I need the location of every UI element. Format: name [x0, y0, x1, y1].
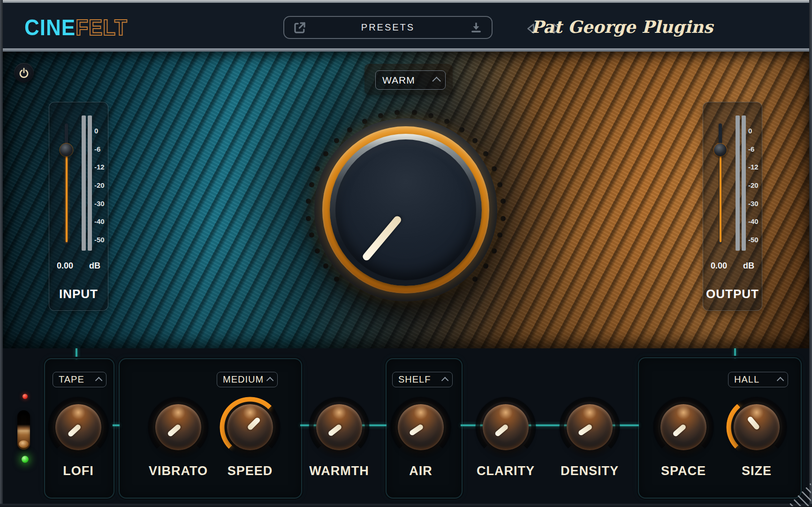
scale-tick: -6 [94, 146, 106, 153]
chevron-up-icon [441, 377, 449, 384]
scale-tick: -40 [94, 218, 106, 225]
mode-select[interactable]: WARM [375, 70, 446, 90]
input-gain-unit: dB [89, 261, 100, 271]
air-filter-value: SHELF [398, 374, 431, 385]
space-knob[interactable] [653, 397, 714, 458]
density-knob[interactable] [559, 397, 620, 458]
input-gain-slider[interactable] [60, 144, 73, 156]
window-frame-right [809, 0, 812, 507]
scale-tick: -6 [748, 146, 760, 153]
lofi-knob[interactable] [48, 397, 109, 458]
reverb-type-dropdown[interactable]: HALL [728, 372, 788, 387]
knob-pointer [409, 424, 425, 437]
connector-lofi-vibrato [113, 424, 120, 426]
knob-scale-dot [459, 127, 464, 132]
window-frame-left [0, 0, 3, 507]
input-level-bar-right [88, 115, 92, 251]
plugin-window: CINEFELT PRESETS Pat George Plugin [0, 0, 812, 507]
knob-face[interactable] [335, 139, 476, 280]
chevron-up-icon [777, 377, 784, 384]
controls-section: TAPE MEDIUM SHELF HALL [3, 348, 809, 504]
knob-scale-dot [492, 166, 497, 171]
red-led [23, 394, 28, 399]
input-gain-fill [66, 150, 68, 242]
knob-scale-dot [323, 263, 328, 269]
knob-scale-dot [497, 182, 502, 187]
output-gain-slider[interactable] [714, 144, 727, 156]
speed-label: SPEED [198, 464, 302, 478]
knob-scale-dot [412, 110, 417, 115]
knob-pointer [494, 424, 509, 438]
window-frame-top [0, 0, 812, 3]
knob-outer-ring [314, 118, 497, 301]
chevron-up-icon [95, 377, 103, 384]
output-gain-fill [720, 150, 721, 242]
air-knob[interactable] [390, 397, 451, 458]
knob-scale-dot [334, 277, 339, 282]
output-level-bar-right [742, 115, 746, 251]
scale-tick: -12 [748, 163, 760, 170]
green-led [22, 456, 29, 463]
input-gain-value: 0.00 [57, 261, 73, 271]
output-gain-value: 0.00 [711, 261, 727, 271]
knob-scale-dot [347, 127, 352, 132]
knob-scale-dot [444, 119, 449, 124]
scale-tick: -50 [748, 236, 760, 243]
knob-scale-dot [362, 119, 367, 124]
knob-scale-dot [483, 151, 488, 156]
input-label: INPUT [49, 287, 108, 301]
logo-cine: CINE [24, 15, 76, 40]
knob-bevel [330, 134, 482, 286]
scale-tick: -20 [748, 182, 760, 189]
knob-scale-dot [472, 277, 478, 282]
speed-rate-value: MEDIUM [223, 374, 264, 385]
header-separator [3, 48, 809, 52]
bypass-toggle-switch[interactable] [17, 410, 30, 450]
chevron-up-icon [432, 77, 440, 85]
output-label: OUTPUT [703, 287, 762, 301]
scale-tick: -20 [94, 182, 106, 189]
size-knob[interactable] [726, 397, 787, 458]
main-display: WARM 0-6-12-20-30-40-50 0.00 dB INPUT 0-… [3, 52, 809, 348]
scale-tick: -40 [748, 218, 760, 225]
input-meter-panel: 0-6-12-20-30-40-50 0.00 dB INPUT [49, 102, 108, 311]
speed-rate-dropdown[interactable]: MEDIUM [217, 372, 278, 387]
size-label: SIZE [705, 464, 808, 478]
presets-label[interactable]: PRESETS [361, 22, 415, 33]
knob-scale-dot [315, 166, 320, 171]
knob-scale-dot [428, 113, 433, 118]
air-filter-dropdown[interactable]: SHELF [392, 372, 453, 387]
power-button[interactable] [14, 63, 34, 83]
clarity-knob[interactable] [475, 397, 536, 458]
window-frame-bottom [0, 504, 812, 507]
knob-pointer [327, 424, 342, 437]
save-preset-icon[interactable] [469, 21, 483, 35]
knob-pointer [361, 215, 402, 262]
knob-pointer [578, 424, 593, 437]
speed-knob[interactable] [220, 397, 281, 458]
knob-scale-dot [334, 138, 339, 143]
knob-pointer [746, 416, 760, 431]
knob-scale-dot [309, 182, 314, 187]
header-bar: CINEFELT PRESETS Pat George Plugin [3, 3, 809, 48]
knob-scale-dot [501, 216, 506, 221]
knob-pointer [167, 424, 182, 438]
knob-pointer [68, 424, 82, 438]
lofi-type-value: TAPE [59, 374, 84, 385]
output-db-scale: 0-6-12-20-30-40-50 [748, 127, 760, 243]
presets-menu[interactable]: PRESETS [283, 16, 493, 39]
knob-scale-dot [378, 113, 383, 118]
share-preset-icon[interactable] [293, 21, 307, 35]
output-meter-panel: 0-6-12-20-30-40-50 0.00 dB OUTPUT [703, 102, 762, 311]
lofi-type-dropdown[interactable]: TAPE [53, 372, 106, 387]
chevron-up-icon [266, 377, 274, 384]
vibrato-knob[interactable] [148, 397, 209, 458]
app-logo: CINEFELT [24, 15, 128, 40]
warmth-knob[interactable] [309, 397, 370, 458]
input-db-scale: 0-6-12-20-30-40-50 [94, 127, 106, 243]
output-gain-unit: dB [743, 261, 754, 271]
scale-tick: 0 [94, 127, 106, 134]
knob-scale-dot [497, 232, 502, 238]
knob-pointer [247, 416, 261, 430]
main-felt-knob[interactable] [303, 107, 509, 313]
